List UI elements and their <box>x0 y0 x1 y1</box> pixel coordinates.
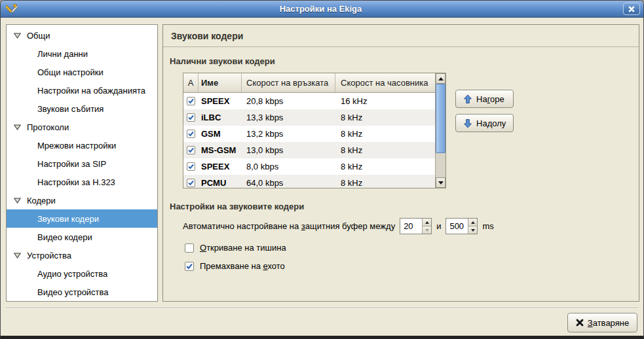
sidebar-group-codecs[interactable]: Кодери <box>7 191 157 209</box>
echo-cancellation-checkbox[interactable] <box>185 262 194 271</box>
scrollbar-track[interactable] <box>436 84 445 177</box>
close-x-icon <box>576 319 584 327</box>
checkmark-icon <box>188 98 194 104</box>
codec-row[interactable]: GSM 13,2 kbps 8 kHz <box>183 126 435 142</box>
checkmark-icon <box>188 115 194 120</box>
buffer-min-value[interactable]: 20 <box>400 219 422 234</box>
down-arrow-icon <box>463 118 472 128</box>
jitter-buffer-label: Автоматично настройване на защитния буфе… <box>183 221 395 231</box>
sidebar-item-audio-codecs[interactable]: Звукови кодери <box>7 209 157 228</box>
silence-detection-label: Откриване на тишина <box>200 243 286 253</box>
sidebar-item-call-options[interactable]: Настройки на обажданията <box>7 81 157 99</box>
column-header-clockrate[interactable]: Скорост на часовника <box>335 73 435 92</box>
codec-table-header: A Име Скорост на връзката Скорост на час… <box>183 73 435 93</box>
checkmark-icon <box>186 263 193 270</box>
codec-row[interactable]: iLBC 13,3 kbps 8 kHz <box>183 109 435 126</box>
codec-enabled-checkbox[interactable] <box>187 130 195 138</box>
spin-down-button[interactable] <box>468 226 477 234</box>
triangle-down-icon <box>438 181 444 185</box>
echo-cancellation-row[interactable]: Премахване на ехото <box>185 261 639 271</box>
triangle-up-icon <box>471 221 475 224</box>
move-down-button[interactable]: Надолу <box>455 114 514 132</box>
checkmark-icon <box>188 164 194 170</box>
sidebar-item-video-devices[interactable]: Видео устройства <box>7 283 157 301</box>
window-close-button[interactable] <box>623 3 640 15</box>
close-icon <box>628 6 635 12</box>
sidebar-group-protocols[interactable]: Протоколи <box>7 118 157 136</box>
sidebar-item-sip-settings[interactable]: Настройки за SIP <box>7 154 157 173</box>
echo-cancellation-label: Премахване на ехото <box>200 261 285 271</box>
silence-detection-row[interactable]: Откриване на тишина <box>185 243 639 253</box>
triangle-up-icon <box>438 77 444 80</box>
expander-down-icon[interactable] <box>14 253 22 259</box>
spin-down-button[interactable] <box>423 226 431 234</box>
page-title: Звукови кодери <box>163 25 639 47</box>
column-header-bandwidth[interactable]: Скорост на връзката <box>242 73 335 92</box>
up-arrow-icon <box>463 94 472 104</box>
sidebar-item-sound-events[interactable]: Звукови събития <box>7 99 157 118</box>
scroll-up-button[interactable] <box>436 73 445 84</box>
spin-up-button[interactable] <box>468 219 477 226</box>
move-up-button[interactable]: Нагоре <box>455 90 514 108</box>
codec-enabled-checkbox[interactable] <box>187 162 195 171</box>
sidebar-group-devices[interactable]: Устройства <box>7 246 157 264</box>
buffer-min-spinbox[interactable]: 20 <box>400 218 432 234</box>
tools-icon <box>5 3 18 16</box>
silence-detection-checkbox[interactable] <box>185 243 194 253</box>
spin-up-button[interactable] <box>423 219 431 226</box>
available-codecs-heading: Налични звукови кодери <box>170 56 639 66</box>
buffer-max-value[interactable]: 500 <box>446 219 468 234</box>
triangle-down-icon <box>425 229 429 232</box>
sidebar-item-network-settings[interactable]: Мрежови настройки <box>7 136 157 154</box>
conjunction-label: и <box>436 221 441 231</box>
sidebar-item-general-settings[interactable]: Общи настройки <box>7 63 157 81</box>
sidebar-item-video-codecs[interactable]: Видео кодери <box>7 228 157 246</box>
sidebar-item-personal-data[interactable]: Лични данни <box>7 45 157 63</box>
codec-table: A Име Скорост на връзката Скорост на час… <box>183 73 446 188</box>
triangle-up-icon <box>425 221 429 224</box>
scroll-down-button[interactable] <box>436 177 445 188</box>
window-title: Настройки на Ekiga <box>18 4 623 14</box>
titlebar[interactable]: Настройки на Ekiga <box>1 1 643 18</box>
checkmark-icon <box>188 180 194 186</box>
sidebar-tree: Общи Лични данни Общи настройки Настройк… <box>6 24 158 302</box>
codec-row[interactable]: SPEEX 8,0 kbps 8 kHz <box>183 158 435 175</box>
expander-down-icon[interactable] <box>14 198 22 204</box>
column-header-name[interactable]: Име <box>199 73 242 92</box>
triangle-down-icon <box>471 229 475 232</box>
checkmark-icon <box>188 147 194 153</box>
sidebar-item-audio-devices[interactable]: Аудио устройства <box>7 264 157 283</box>
codec-row[interactable]: PCMU 64,0 kbps 8 kHz <box>183 175 435 188</box>
codec-enabled-checkbox[interactable] <box>187 97 195 105</box>
expander-down-icon[interactable] <box>14 124 22 130</box>
sidebar-group-general[interactable]: Общи <box>7 26 157 45</box>
codec-settings-heading: Настройки на звуковите кодери <box>170 202 639 211</box>
codec-row[interactable]: SPEEX 20,8 kbps 16 kHz <box>183 93 435 109</box>
scrollbar-thumb[interactable] <box>436 84 445 153</box>
codec-enabled-checkbox[interactable] <box>187 113 195 122</box>
unit-label: ms <box>482 221 493 231</box>
close-button[interactable]: Затваряне <box>567 313 637 332</box>
vertical-scrollbar[interactable] <box>435 73 445 188</box>
codec-enabled-checkbox[interactable] <box>187 179 195 187</box>
expander-down-icon[interactable] <box>14 33 22 39</box>
preferences-window: Настройки на Ekiga Общи Лични данни Общи… <box>0 0 644 339</box>
checkmark-icon <box>188 131 194 137</box>
sidebar-item-h323-settings[interactable]: Настройки за H.323 <box>7 173 157 191</box>
codec-row[interactable]: MS-GSM 13,0 kbps 8 kHz <box>183 142 435 158</box>
column-header-active[interactable]: A <box>183 73 199 92</box>
buffer-max-spinbox[interactable]: 500 <box>445 218 478 234</box>
codec-enabled-checkbox[interactable] <box>187 146 195 154</box>
main-panel: Звукови кодери Налични звукови кодери A … <box>162 24 639 302</box>
footer-separator <box>6 308 638 309</box>
